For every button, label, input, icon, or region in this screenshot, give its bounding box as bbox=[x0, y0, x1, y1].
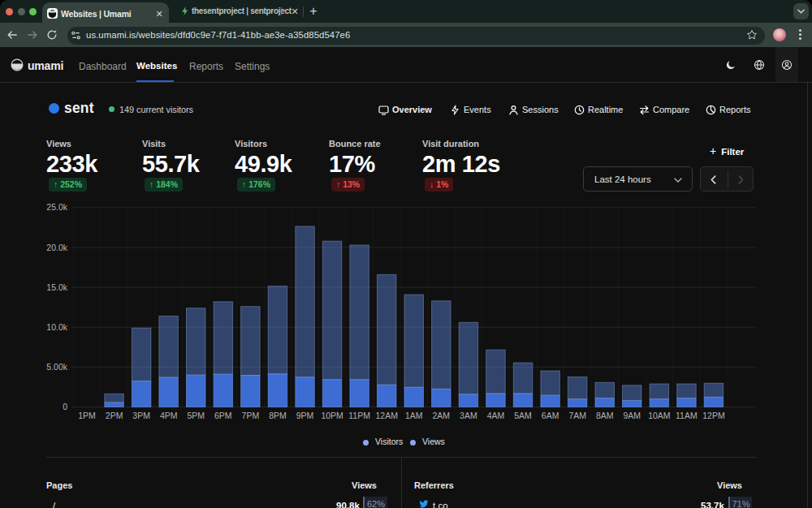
svg-text:9AM: 9AM bbox=[624, 411, 641, 420]
svg-text:5AM: 5AM bbox=[514, 411, 532, 420]
svg-text:10PM: 10PM bbox=[321, 411, 343, 420]
svg-text:3PM: 3PM bbox=[132, 411, 150, 420]
svg-text:12PM: 12PM bbox=[702, 411, 724, 420]
svg-text:25.0k: 25.0k bbox=[46, 202, 67, 212]
svg-text:1PM: 1PM bbox=[78, 411, 96, 420]
svg-text:20.0k: 20.0k bbox=[46, 243, 67, 252]
svg-text:9PM: 9PM bbox=[296, 411, 314, 420]
svg-text:10AM: 10AM bbox=[648, 411, 670, 420]
svg-text:4PM: 4PM bbox=[160, 411, 178, 420]
svg-text:6AM: 6AM bbox=[542, 411, 559, 420]
svg-text:11AM: 11AM bbox=[676, 411, 698, 420]
svg-text:10.0k: 10.0k bbox=[46, 322, 67, 332]
svg-text:1AM: 1AM bbox=[405, 411, 423, 420]
svg-text:5.00k: 5.00k bbox=[46, 362, 67, 372]
svg-text:2AM: 2AM bbox=[433, 411, 451, 420]
svg-text:4AM: 4AM bbox=[487, 411, 505, 420]
svg-text:11PM: 11PM bbox=[348, 411, 370, 420]
svg-text:8PM: 8PM bbox=[269, 411, 287, 420]
svg-text:15.0k: 15.0k bbox=[46, 282, 67, 292]
svg-text:3AM: 3AM bbox=[460, 411, 477, 420]
svg-text:8AM: 8AM bbox=[596, 411, 614, 420]
svg-text:0: 0 bbox=[63, 402, 67, 411]
svg-text:7PM: 7PM bbox=[242, 411, 260, 420]
svg-text:6PM: 6PM bbox=[214, 411, 232, 420]
svg-text:7AM: 7AM bbox=[568, 411, 586, 420]
svg-text:12AM: 12AM bbox=[375, 411, 397, 420]
svg-text:2PM: 2PM bbox=[106, 411, 123, 420]
svg-text:5PM: 5PM bbox=[188, 411, 205, 420]
